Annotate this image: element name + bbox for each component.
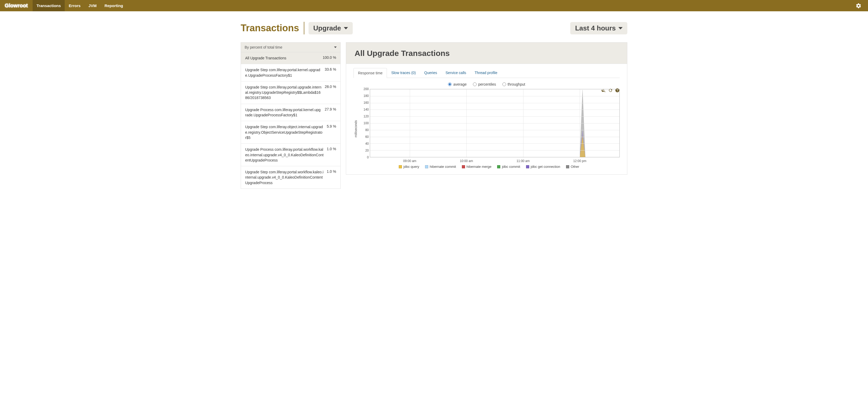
gridline: [370, 130, 619, 130]
transaction-list-item[interactable]: Upgrade Process com.liferay.portal.workf…: [241, 143, 340, 166]
transaction-percent: 1.0 %: [327, 147, 336, 151]
gear-icon[interactable]: [853, 3, 864, 9]
legend-swatch: [497, 165, 500, 168]
y-tick: 100: [358, 121, 369, 125]
radio-label: throughput: [508, 82, 525, 86]
legend-label: hibernate commit: [430, 165, 456, 169]
nav-item-errors[interactable]: Errors: [65, 0, 85, 11]
x-tick: 09:00 am: [403, 159, 416, 163]
legend-swatch: [566, 165, 569, 168]
legend-item[interactable]: hibernate merge: [462, 165, 492, 169]
y-tick: 140: [358, 108, 369, 111]
transaction-sidebar: By percent of total time All Upgrade Tra…: [241, 42, 341, 189]
chart-legend: jdbc queryhibernate commithibernate merg…: [358, 165, 620, 169]
brand-logo[interactable]: Glowroot: [0, 0, 33, 11]
legend-swatch: [399, 165, 402, 168]
navbar: Glowroot TransactionsErrorsJVMReporting: [0, 0, 868, 11]
nav-link[interactable]: Reporting: [100, 0, 127, 11]
x-tick: 12:00 pm: [573, 159, 586, 163]
transaction-type-dropdown[interactable]: Upgrade: [309, 22, 352, 34]
response-time-chart[interactable]: 09:00 am10:00 am11:00 am12:00 pm 0204060…: [358, 89, 620, 157]
x-tick: 11:00 am: [517, 159, 530, 163]
transaction-name: Upgrade Step com.liferay.object.internal…: [245, 124, 323, 140]
y-tick: 20: [358, 149, 369, 152]
dropdown-label: Last 4 hours: [575, 24, 616, 32]
legend-item[interactable]: jdbc get connection: [526, 165, 560, 169]
legend-label: jdbc query: [403, 165, 419, 169]
transaction-list-item[interactable]: Upgrade Step com.liferay.portal.kernel.u…: [241, 64, 340, 81]
tab-thread-profile[interactable]: Thread profile: [470, 68, 501, 78]
nav-item-jvm[interactable]: JVM: [85, 0, 100, 11]
legend-label: hibernate merge: [467, 165, 492, 169]
y-tick: 120: [358, 114, 369, 118]
gridline: [410, 89, 410, 157]
radio-average[interactable]: average: [448, 82, 467, 86]
panel-header: All Upgrade Transactions: [346, 42, 627, 64]
page-title: Transactions: [241, 23, 299, 34]
y-tick: 180: [358, 94, 369, 98]
legend-item[interactable]: Other: [566, 165, 580, 169]
chevron-down-icon: [334, 46, 337, 48]
gridline: [466, 89, 467, 157]
nav-item-reporting[interactable]: Reporting: [100, 0, 127, 11]
gridline: [370, 123, 619, 124]
legend-label: jdbc get connection: [531, 165, 560, 169]
tab-slow-traces-0-[interactable]: Slow traces (0): [387, 68, 420, 78]
gridline: [580, 89, 580, 157]
legend-swatch: [425, 165, 428, 168]
gridline: [370, 109, 619, 110]
main-panel: All Upgrade Transactions Response timeSl…: [346, 42, 627, 175]
legend-swatch: [462, 165, 465, 168]
nav-tabs: TransactionsErrorsJVMReporting: [33, 0, 127, 11]
transaction-percent: 27.9 %: [324, 107, 336, 111]
transaction-name: Upgrade Step com.liferay.portal.kernel.u…: [245, 67, 321, 78]
navbar-right: [853, 0, 864, 11]
radio-throughput[interactable]: throughput: [502, 82, 525, 86]
transaction-name: Upgrade Step com.liferay.portal.workflow…: [245, 169, 323, 185]
tab-service-calls[interactable]: Service calls: [441, 68, 471, 78]
panel-tabs: Response timeSlow traces (0)QueriesServi…: [353, 68, 620, 78]
nav-link[interactable]: Transactions: [33, 0, 65, 11]
radio-input[interactable]: [448, 82, 452, 86]
transaction-name: Upgrade Process com.liferay.portal.workf…: [245, 147, 323, 163]
transaction-list-item[interactable]: All Upgrade Transactions100.0 %: [241, 52, 340, 64]
transaction-name: Upgrade Step com.liferay.portal.upgrade.…: [245, 84, 321, 101]
legend-item[interactable]: jdbc query: [399, 165, 419, 169]
radio-label: average: [453, 82, 467, 86]
transaction-list: All Upgrade Transactions100.0 %Upgrade S…: [241, 52, 341, 189]
nav-item-transactions[interactable]: Transactions: [33, 0, 65, 11]
radio-percentiles[interactable]: percentiles: [473, 82, 496, 86]
gridline: [370, 143, 619, 144]
y-tick: 40: [358, 142, 369, 145]
transaction-percent: 1.0 %: [327, 169, 336, 174]
legend-item[interactable]: jdbc commit: [497, 165, 520, 169]
y-tick: 80: [358, 128, 369, 132]
chevron-down-icon: [618, 27, 623, 29]
tab-queries[interactable]: Queries: [420, 68, 441, 78]
radio-input[interactable]: [473, 82, 476, 86]
nav-link[interactable]: Errors: [65, 0, 85, 11]
legend-swatch: [526, 165, 529, 168]
dropdown-label: Upgrade: [313, 24, 341, 32]
legend-label: jdbc commit: [502, 165, 520, 169]
gridline: [370, 150, 619, 150]
radio-label: percentiles: [478, 82, 496, 86]
chart-mode-radios: averagepercentilesthroughput: [353, 81, 620, 89]
tab-response-time[interactable]: Response time: [353, 68, 387, 78]
radio-input[interactable]: [502, 82, 506, 86]
transaction-list-item[interactable]: Upgrade Process com.liferay.portal.kerne…: [241, 104, 340, 121]
transaction-list-item[interactable]: Upgrade Step com.liferay.object.internal…: [241, 121, 340, 143]
y-axis-label: milliseconds: [353, 89, 358, 169]
transaction-list-item[interactable]: Upgrade Step com.liferay.portal.workflow…: [241, 166, 340, 188]
page-header: Transactions Upgrade Last 4 hours: [241, 11, 627, 42]
sort-order-dropdown[interactable]: By percent of total time: [241, 42, 341, 52]
nav-link[interactable]: JVM: [85, 0, 100, 11]
y-tick: 0: [358, 155, 369, 159]
transaction-list-item[interactable]: Upgrade Step com.liferay.portal.upgrade.…: [241, 81, 340, 104]
transaction-percent: 33.6 %: [324, 67, 336, 71]
x-tick: 10:00 am: [460, 159, 473, 163]
legend-item[interactable]: hibernate commit: [425, 165, 456, 169]
y-tick: 200: [358, 87, 369, 91]
transaction-name: Upgrade Process com.liferay.portal.kerne…: [245, 107, 321, 118]
time-range-dropdown[interactable]: Last 4 hours: [570, 22, 627, 34]
